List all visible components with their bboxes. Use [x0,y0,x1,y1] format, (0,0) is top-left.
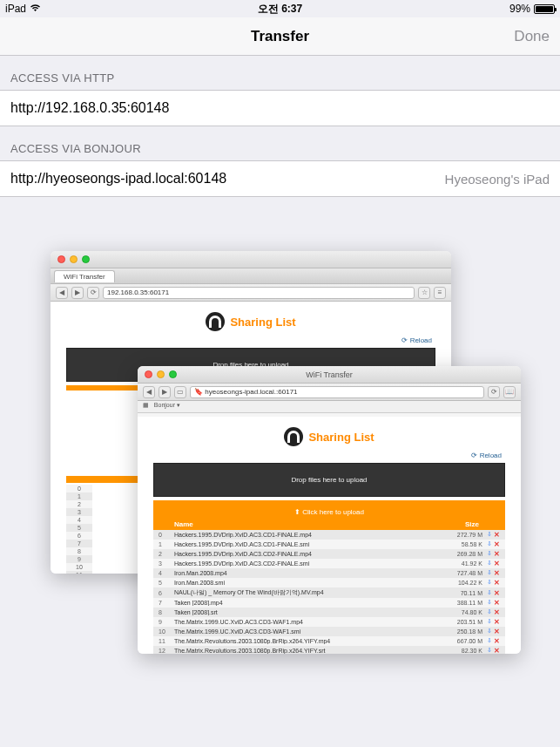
file-name: Hackers.1995.DVDrip.XviD.AC3.CD2-FiNALE.… [174,551,446,557]
download-icon: ⇩ [487,608,492,616]
url-field: 🔖 hyeoseongs-ipad.local.:60171 [190,386,484,398]
zoom-icon [169,370,177,378]
headset-icon [206,312,225,331]
file-name: Iron.Man.2008.mp4 [174,570,446,576]
table-row: 11The.Matrix.Revolutions.2003.1080p.BrRi… [153,636,505,646]
delete-icon: ✕ [494,637,500,645]
page-content: Sharing List ⟳ Reload Drop files here to… [138,417,521,654]
reload-link: ⟳ Reload [66,336,435,344]
file-size: 41.92 K [446,560,482,567]
download-icon: ⇩ [487,531,492,539]
index-column: 0123456789101112 [66,485,92,574]
clock: 오전 6:37 [258,2,302,17]
delete-icon: ✕ [494,531,500,539]
back-icon: ◀ [143,386,155,398]
download-icon: ⇩ [487,599,492,607]
file-name: Iron.Man.2008.smi [174,580,446,586]
battery-icon [534,4,555,14]
delete-icon: ✕ [494,599,500,607]
bonjour-device-name: Hyeoseong's iPad [445,172,550,187]
delete-icon: ✕ [494,647,500,654]
table-row: 7Taken [2008].mp4388.11 M⇩✕ [153,598,505,608]
file-size: 250.18 M [446,628,482,635]
dropzone: Drop files here to upload [153,463,505,497]
delete-icon: ✕ [494,628,500,635]
file-size: 104.22 K [446,580,482,586]
file-size: 58.58 K [446,541,482,547]
http-url-row[interactable]: http://192.168.0.35:60148 [0,90,560,126]
file-name: Taken [2008].mp4 [174,600,446,606]
reload-icon: ⟳ [488,386,500,398]
file-size: 70.11 M [446,590,482,596]
download-icon: ⇩ [487,560,492,567]
table-row: 12The.Matrix.Revolutions.2003.1080p.BrRi… [153,646,505,654]
file-name: The.Matrix.1999.UC.XviD.AC3.CD3-WAF1.smi [174,628,446,635]
file-table: 0Hackers.1995.DVDrip.XviD.AC3.CD1-FiNALE… [153,530,505,654]
done-button[interactable]: Done [514,28,550,45]
file-name: The.Matrix.Revolutions.2003.1080p.BrRip.… [174,648,446,654]
table-row: 2Hackers.1995.DVDrip.XviD.AC3.CD2-FiNALE… [153,549,505,559]
file-size: 388.11 M [446,600,482,606]
address-bar: ◀ ▶ ⟳ 192.168.0.35:60171 ☆ ≡ [51,284,451,302]
file-size: 74.80 K [446,609,482,615]
device-label: iPad [5,3,26,15]
star-icon: ☆ [418,287,430,299]
download-icon: ⇩ [487,550,492,558]
file-name: Hackers.1995.DVDrip.XviD.AC3.CD1-FiNALE.… [174,532,446,538]
bookmarks-icon: ▭ [174,386,186,398]
headset-icon [284,427,303,446]
zoom-icon [82,255,90,263]
browser-tab: WiFi Transfer [54,270,115,282]
table-header: Name Size [153,519,505,530]
file-name: Hackers.1995.DVDrip.XviD.AC3.CD1-FiNALE.… [174,541,446,547]
status-bar: iPad 오전 6:37 99% [0,0,560,17]
download-icon: ⇩ [487,579,492,587]
file-size: 269.28 M [446,551,482,557]
bonjour-url: http://hyeoseongs-ipad.local:60148 [10,171,226,187]
page-title: Transfer [251,28,309,45]
reload-icon: ⟳ [87,287,99,299]
reload-link: ⟳ Reload [153,452,505,459]
table-row: 8Taken [2008].srt74.80 K⇩✕ [153,608,505,617]
file-name: NAUL(나얼) _ Memory Of The Wind(바람기억).MV.m… [174,588,446,597]
table-row: 9The.Matrix.1999.UC.XviD.AC3.CD3-WAF1.mp… [153,617,505,627]
table-row: 4Iron.Man.2008.mp4727.48 M⇩✕ [153,568,505,578]
table-row: 3Hackers.1995.DVDrip.XviD.AC3.CD2-FiNALE… [153,559,505,568]
file-name: Hackers.1995.DVDrip.XviD.AC3.CD2-FiNALE.… [174,560,446,567]
preview-area: WiFi Transfer ◀ ▶ ⟳ 192.168.0.35:60171 ☆… [0,200,560,747]
table-row: 6NAUL(나얼) _ Memory Of The Wind(바람기억).MV.… [153,587,505,598]
window-titlebar [51,251,451,268]
forward-icon: ▶ [71,287,84,299]
delete-icon: ✕ [494,569,500,577]
download-icon: ⇩ [487,589,492,597]
download-icon: ⇩ [487,618,492,626]
download-icon: ⇩ [487,569,492,577]
browser-window-safari: WiFi Transfer ◀ ▶ ▭ 🔖 hyeoseongs-ipad.lo… [138,366,521,654]
forward-icon: ▶ [159,386,171,398]
table-row: 0Hackers.1995.DVDrip.XviD.AC3.CD1-FiNALE… [153,530,505,540]
delete-icon: ✕ [494,618,500,626]
delete-icon: ✕ [494,550,500,558]
file-size: 727.48 M [446,570,482,576]
delete-icon: ✕ [494,608,500,616]
close-icon [145,370,152,378]
back-icon: ◀ [56,287,68,299]
delete-icon: ✕ [494,579,500,587]
file-size: 667.00 M [446,638,482,644]
delete-icon: ✕ [494,589,500,597]
wifi-icon [30,3,41,15]
upload-cta: ⬆ Click here to upload [153,506,505,519]
tab-strip: WiFi Transfer [51,268,451,284]
sharing-list-title: Sharing List [230,316,295,329]
file-size: 272.79 M [446,532,482,538]
close-icon [57,255,65,263]
nav-bar: Transfer Done [0,17,560,56]
bonjour-url-row[interactable]: http://hyeoseongs-ipad.local:60148 Hyeos… [0,160,560,197]
file-size: 82.30 K [446,648,482,654]
minimize-icon [70,255,78,263]
delete-icon: ✕ [494,560,500,567]
file-size: 203.51 M [446,619,482,625]
reader-icon: 📖 [503,386,516,398]
section-header-bonjour: ACCESS VIA BONJOUR [0,126,560,160]
battery-percent: 99% [509,3,530,15]
